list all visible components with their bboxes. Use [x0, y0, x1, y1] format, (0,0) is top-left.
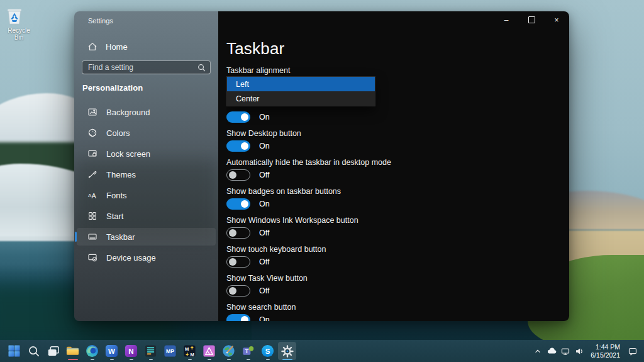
fonts-icon: AA: [87, 190, 97, 200]
toggle-list: OnShow Desktop buttonOnAutomatically hid…: [226, 111, 554, 321]
sidebar-item-taskbar[interactable]: Taskbar: [77, 228, 216, 246]
setting-label: Automatically hide the taskbar in deskto…: [226, 158, 554, 167]
sidebar-item-device-usage[interactable]: Device usage: [77, 249, 216, 266]
setting-label: Show Desktop button: [226, 129, 554, 138]
sidebar-item-themes[interactable]: Themes: [77, 166, 216, 183]
running-indicator: [282, 359, 292, 361]
taskbar-word-button[interactable]: W: [103, 342, 121, 360]
toggle-row: On: [226, 198, 554, 210]
sidebar-item-label: Taskbar: [106, 232, 135, 242]
toggle-switch-show-search-button[interactable]: [226, 314, 250, 321]
toggle-state-text: On: [259, 142, 270, 150]
toggle-state-text: Off: [259, 257, 269, 266]
toggle-row: On: [226, 314, 554, 321]
taskbar-teams-button[interactable]: T: [239, 342, 257, 360]
maximize-button[interactable]: [519, 11, 544, 28]
setting-group-automatically-hide-the-taskbar-in-desktop-mode: Automatically hide the taskbar in deskto…: [226, 158, 554, 181]
page-title: Taskbar: [226, 39, 554, 58]
taskbar-settings-button[interactable]: [278, 342, 296, 360]
taskbar-m-sync-button[interactable]: MM: [180, 342, 199, 360]
tray-chevron-up-icon[interactable]: [531, 342, 544, 360]
sidebar-item-lock-screen[interactable]: Lock screen: [77, 145, 216, 162]
taskbar-app-area: WNMPMMTS: [0, 342, 296, 360]
word-icon: W: [104, 344, 119, 358]
onenote-icon: N: [124, 344, 138, 358]
search-box[interactable]: [82, 60, 211, 74]
system-taskbar: WNMPMMTS 1:44 PM 6/15/2021: [0, 340, 644, 362]
taskbar-start-button[interactable]: [5, 342, 23, 360]
toggle-switch-0[interactable]: [226, 111, 250, 123]
setting-group-show-task-view-button: Show Task View buttonOff: [226, 274, 554, 297]
sidebar-section-header: Personalization: [82, 83, 143, 93]
settings-sidebar: Settings Home Personalization Back: [74, 11, 218, 321]
taskbar-file-explorer-button[interactable]: [64, 342, 82, 360]
network-icon[interactable]: [558, 342, 572, 360]
taskbar-alignment-label: Taskbar alignment: [226, 66, 554, 75]
start-icon: [7, 344, 21, 358]
settings-icon: [280, 344, 294, 358]
themes-icon: [87, 169, 97, 179]
colors-icon: [87, 128, 97, 138]
window-controls: – ×: [494, 11, 569, 28]
toggle-switch-show-badges-on-taskbar-buttons[interactable]: [226, 198, 250, 210]
taskbar-skype-button[interactable]: S: [258, 342, 277, 360]
taskbar-search-button[interactable]: [25, 342, 43, 360]
dropdown-option-left[interactable]: Left: [227, 77, 375, 91]
toggle-state-text: Off: [259, 286, 269, 295]
running-indicator: [91, 359, 94, 361]
sidebar-item-label: Start: [106, 212, 123, 221]
toggle-row: Off: [226, 169, 554, 181]
mp-app-icon: MP: [163, 344, 177, 358]
svg-text:M: M: [185, 346, 189, 352]
toggle-switch-show-windows-ink-workspace-button[interactable]: [226, 227, 250, 239]
toggle-state-text: Off: [259, 171, 269, 179]
toggle-switch-show-desktop-button[interactable]: [226, 140, 250, 152]
taskbar-onenote-button[interactable]: N: [122, 342, 140, 360]
sidebar-nav: BackgroundColorsLock screenThemesAAFonts…: [77, 103, 216, 266]
search-input[interactable]: [82, 63, 197, 72]
running-indicator: [130, 359, 133, 361]
taskbar-clock[interactable]: 1:44 PM 6/15/2021: [591, 343, 620, 359]
sidebar-item-label: Background: [106, 108, 150, 117]
onedrive-cloud-icon[interactable]: [545, 342, 558, 360]
taskbar-affinity-button[interactable]: [200, 342, 218, 360]
taskbar-task-view-button[interactable]: [44, 342, 62, 360]
svg-text:W: W: [108, 348, 115, 355]
taskbar-settings-page: Taskbar Taskbar alignment LeftCenter OnS…: [226, 11, 554, 321]
taskbar-mp-app-button[interactable]: MP: [161, 342, 179, 360]
taskbar-icon: [87, 232, 97, 242]
sidebar-item-label: Device usage: [106, 253, 156, 263]
close-button[interactable]: ×: [544, 11, 569, 28]
taskbar-paint-globe-button[interactable]: [219, 342, 238, 360]
toggle-switch-show-touch-keyboard-button[interactable]: [226, 256, 250, 268]
sidebar-item-background[interactable]: Background: [77, 103, 216, 121]
taskbar-notebook-button[interactable]: [142, 342, 160, 360]
sidebar-item-start[interactable]: Start: [77, 207, 216, 225]
toggle-switch-show-task-view-button[interactable]: [226, 285, 250, 297]
minimize-button[interactable]: –: [494, 11, 519, 28]
toggle-state-text: Off: [259, 229, 269, 237]
edge-icon: [85, 344, 99, 358]
setting-label: Show Task View button: [226, 274, 554, 283]
clock-date: 6/15/2021: [591, 351, 620, 359]
setting-label: Show search button: [226, 303, 554, 312]
toggle-switch-automatically-hide-the-taskbar-in-desktop-mode[interactable]: [226, 169, 250, 181]
device-usage-icon: [87, 252, 97, 263]
sidebar-item-colors[interactable]: Colors: [77, 124, 216, 142]
running-indicator: [208, 359, 211, 361]
teams-icon: T: [241, 344, 255, 358]
running-indicator: [110, 359, 114, 361]
settings-content: – × Taskbar Taskbar alignment LeftCenter…: [218, 11, 569, 321]
notification-center-icon[interactable]: [626, 342, 639, 360]
sidebar-item-fonts[interactable]: AAFonts: [77, 186, 216, 204]
recycle-bin-icon[interactable]: Recycle Bin: [4, 5, 34, 41]
sidebar-item-home[interactable]: Home: [82, 38, 211, 55]
notebook-icon: [143, 344, 158, 358]
toggle-row: On: [226, 140, 554, 152]
dropdown-option-center[interactable]: Center: [227, 91, 375, 106]
volume-icon[interactable]: [572, 342, 586, 360]
taskbar-edge-button[interactable]: [83, 342, 101, 360]
running-indicator: [227, 359, 231, 361]
running-indicator: [266, 359, 270, 361]
setting-group-show-desktop-button: Show Desktop buttonOn: [226, 129, 554, 152]
